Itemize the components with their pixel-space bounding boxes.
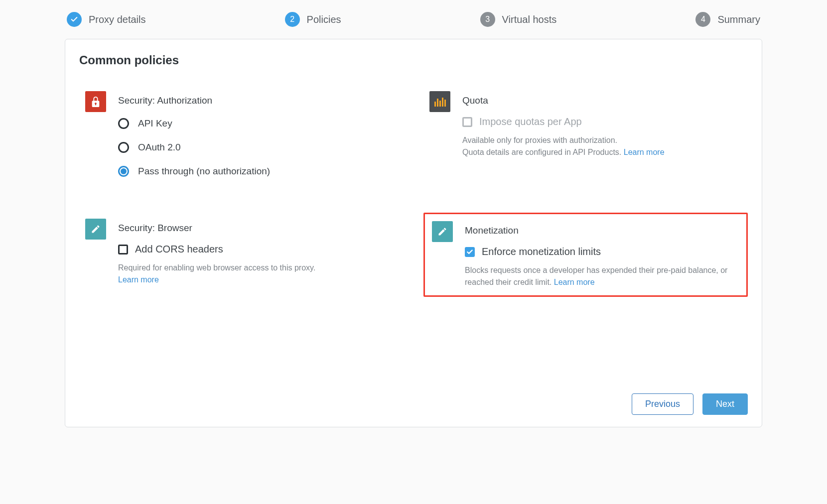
- step-label: Policies: [307, 14, 341, 25]
- pencil-icon: [432, 221, 453, 242]
- section-quota: Quota Impose quotas per App Available on…: [423, 85, 748, 183]
- section-title: Monetization: [465, 225, 739, 236]
- section-title: Quota: [462, 95, 742, 106]
- checkbox-label: Impose quotas per App: [479, 116, 582, 127]
- radio-oauth[interactable]: OAuth 2.0: [118, 142, 398, 153]
- step-number-icon: 2: [285, 12, 300, 27]
- browser-help-text: Required for enabling web browser access…: [118, 262, 398, 286]
- checkbox-icon: [462, 117, 472, 127]
- learn-more-link[interactable]: Learn more: [118, 275, 159, 284]
- check-icon: [67, 12, 82, 27]
- previous-button[interactable]: Previous: [632, 393, 693, 415]
- step-policies[interactable]: 2 Policies: [285, 12, 341, 27]
- checkbox-icon: [465, 247, 475, 257]
- monetization-help-text: Blocks requests once a developer has exp…: [465, 264, 739, 288]
- radio-label: Pass through (no authorization): [138, 166, 270, 177]
- wizard-stepper: Proxy details 2 Policies 3 Virtual hosts…: [65, 0, 762, 39]
- pencil-icon: [85, 219, 106, 240]
- radio-label: OAuth 2.0: [138, 142, 181, 153]
- checkbox-label: Add CORS headers: [135, 244, 223, 255]
- checkbox-impose-quotas: Impose quotas per App: [462, 116, 742, 127]
- next-button[interactable]: Next: [702, 393, 748, 415]
- section-security-browser: Security: Browser Add CORS headers Requi…: [79, 213, 404, 297]
- step-label: Virtual hosts: [502, 14, 557, 25]
- radio-icon: [118, 166, 129, 177]
- checkbox-label: Enforce monetization limits: [482, 246, 601, 257]
- radio-icon: [118, 118, 129, 129]
- policies-panel: Common policies Security: Authorization …: [65, 39, 762, 427]
- section-title: Security: Authorization: [118, 95, 398, 106]
- panel-title: Common policies: [79, 53, 748, 67]
- step-number-icon: 4: [695, 12, 710, 27]
- section-title: Security: Browser: [118, 223, 398, 234]
- step-virtual-hosts[interactable]: 3 Virtual hosts: [480, 12, 557, 27]
- step-label: Summary: [717, 14, 760, 25]
- radio-label: API Key: [138, 118, 172, 129]
- bars-icon: [429, 91, 450, 112]
- quota-help-text: Available only for proxies with authoriz…: [462, 134, 742, 158]
- step-summary[interactable]: 4 Summary: [695, 12, 760, 27]
- checkbox-icon: [118, 245, 128, 254]
- section-security-authorization: Security: Authorization API Key OAuth 2.…: [79, 85, 404, 183]
- step-proxy-details[interactable]: Proxy details: [67, 12, 146, 27]
- radio-api-key[interactable]: API Key: [118, 118, 398, 129]
- step-number-icon: 3: [480, 12, 495, 27]
- checkbox-enforce-monetization[interactable]: Enforce monetization limits: [465, 246, 739, 257]
- learn-more-link[interactable]: Learn more: [554, 278, 595, 286]
- lock-icon: [85, 91, 106, 112]
- radio-icon: [118, 142, 129, 153]
- learn-more-link[interactable]: Learn more: [624, 148, 665, 156]
- checkbox-add-cors[interactable]: Add CORS headers: [118, 244, 398, 255]
- step-label: Proxy details: [89, 14, 146, 25]
- wizard-footer: Previous Next: [79, 381, 748, 415]
- radio-pass-through[interactable]: Pass through (no authorization): [118, 166, 398, 177]
- section-monetization: Monetization Enforce monetization limits…: [423, 213, 748, 297]
